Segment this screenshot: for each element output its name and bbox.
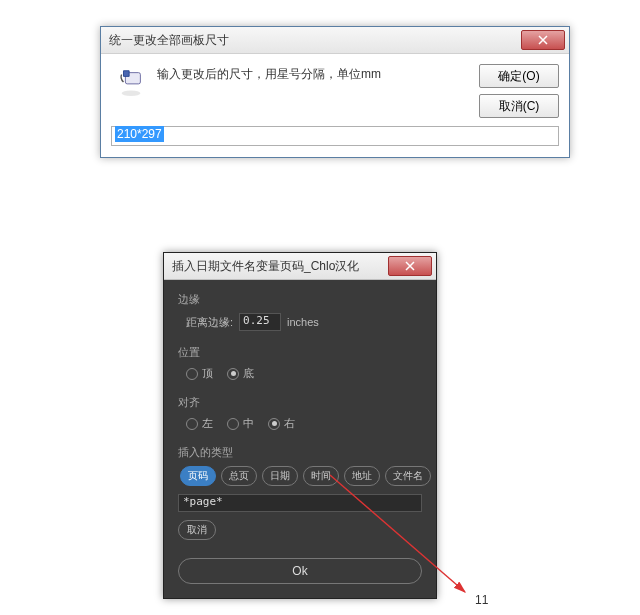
tab-total-pages[interactable]: 总页 bbox=[221, 466, 257, 486]
titlebar[interactable]: 统一更改全部画板尺寸 bbox=[101, 27, 569, 54]
close-button[interactable] bbox=[388, 256, 432, 276]
tab-filename[interactable]: 文件名 bbox=[385, 466, 431, 486]
align-section-label: 对齐 bbox=[178, 395, 422, 410]
insert-variable-dialog: 插入日期文件名变量页码_Chlo汉化 边缘 距离边缘: 0.25 inches … bbox=[163, 252, 437, 599]
radio-position-bottom[interactable]: 底 bbox=[227, 366, 254, 381]
radio-icon bbox=[186, 368, 198, 380]
position-section-label: 位置 bbox=[178, 345, 422, 360]
radio-align-right[interactable]: 右 bbox=[268, 416, 295, 431]
tab-path[interactable]: 地址 bbox=[344, 466, 380, 486]
radio-align-left[interactable]: 左 bbox=[186, 416, 213, 431]
insert-section-label: 插入的类型 bbox=[178, 445, 422, 460]
script-icon bbox=[115, 66, 147, 98]
dialog-message: 输入更改后的尺寸，用星号分隔，单位mm bbox=[157, 64, 469, 118]
ok-button[interactable]: 确定(O) bbox=[479, 64, 559, 88]
size-input[interactable]: 210*297 bbox=[111, 126, 559, 146]
ok-button[interactable]: Ok bbox=[178, 558, 422, 584]
margin-unit: inches bbox=[287, 316, 319, 328]
radio-position-top[interactable]: 顶 bbox=[186, 366, 213, 381]
margin-input[interactable]: 0.25 bbox=[239, 313, 281, 331]
radio-icon bbox=[268, 418, 280, 430]
tab-time[interactable]: 时间 bbox=[303, 466, 339, 486]
cancel-button[interactable]: 取消(C) bbox=[479, 94, 559, 118]
tab-date[interactable]: 日期 bbox=[262, 466, 298, 486]
radio-icon bbox=[227, 418, 239, 430]
dialog-title: 插入日期文件名变量页码_Chlo汉化 bbox=[172, 258, 359, 275]
margin-section-label: 边缘 bbox=[178, 292, 422, 307]
tab-page-number[interactable]: 页码 bbox=[180, 466, 216, 486]
radio-align-center[interactable]: 中 bbox=[227, 416, 254, 431]
cancel-button[interactable]: 取消 bbox=[178, 520, 216, 540]
resize-artboards-dialog: 统一更改全部画板尺寸 输入更改后的尺寸，用星号分隔，单位mm 确定(O) 取消(… bbox=[100, 26, 570, 158]
titlebar[interactable]: 插入日期文件名变量页码_Chlo汉化 bbox=[164, 253, 436, 280]
page-number-annotation: 11 bbox=[475, 593, 488, 607]
radio-icon bbox=[227, 368, 239, 380]
radio-icon bbox=[186, 418, 198, 430]
dialog-title: 统一更改全部画板尺寸 bbox=[109, 32, 229, 49]
insert-value-input[interactable]: *page* bbox=[178, 494, 422, 512]
margin-field-label: 距离边缘: bbox=[186, 315, 233, 330]
close-button[interactable] bbox=[521, 30, 565, 50]
svg-point-0 bbox=[122, 90, 141, 96]
